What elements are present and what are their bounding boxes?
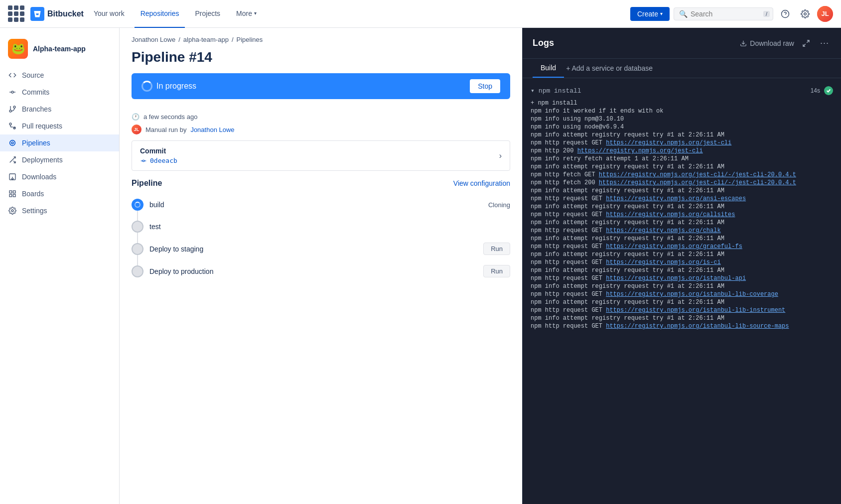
view-configuration-link[interactable]: View configuration bbox=[453, 179, 510, 187]
search-input[interactable] bbox=[691, 10, 760, 18]
step-indicator-test bbox=[132, 221, 143, 233]
log-link[interactable]: https://registry.npmjs.org/jest-cli bbox=[606, 139, 731, 146]
log-link[interactable]: https://registry.npmjs.org/jest-cli/-/je… bbox=[599, 171, 796, 178]
settings-button[interactable] bbox=[797, 6, 813, 22]
logs-tab-build[interactable]: Build bbox=[533, 59, 564, 78]
sidebar-item-settings[interactable]: Settings bbox=[0, 202, 119, 219]
log-line: npm info attempt registry request try #1… bbox=[523, 163, 841, 171]
more-chevron-icon: ▾ bbox=[254, 10, 257, 16]
log-line: npm info attempt registry request try #1… bbox=[523, 235, 841, 243]
log-link[interactable]: https://registry.npmjs.org/is-ci bbox=[606, 259, 720, 266]
log-link[interactable]: https://registry.npmjs.org/istanbul-api bbox=[606, 275, 746, 282]
log-link[interactable]: https://registry.npmjs.org/callsites bbox=[606, 211, 735, 218]
svg-point-12 bbox=[11, 142, 13, 144]
add-service-button[interactable]: + Add a service or database bbox=[566, 59, 653, 77]
clock-icon: 🕐 bbox=[132, 113, 140, 121]
logs-section-header[interactable]: ▾ npm install 14s bbox=[523, 82, 841, 99]
log-line: npm http request GET https://registry.np… bbox=[523, 139, 841, 147]
run-by-user[interactable]: Jonathon Lowe bbox=[190, 126, 234, 133]
log-line: npm info attempt registry request try #1… bbox=[523, 266, 841, 274]
pipeline-status-bar: In progress Stop bbox=[132, 73, 510, 99]
nav-repositories[interactable]: Repositories bbox=[135, 0, 185, 28]
log-line: npm info attempt registry request try #1… bbox=[523, 298, 841, 306]
step-name-staging: Deploy to staging bbox=[149, 245, 477, 253]
boards-icon bbox=[8, 189, 17, 198]
user-avatar[interactable]: JL bbox=[817, 6, 833, 22]
breadcrumb-repo[interactable]: alpha-team-app bbox=[183, 36, 229, 43]
search-icon: 🔍 bbox=[679, 10, 688, 18]
log-line: npm http request GET https://registry.np… bbox=[523, 322, 841, 330]
sidebar-item-downloads[interactable]: Downloads bbox=[0, 168, 119, 185]
stop-button[interactable]: Stop bbox=[470, 79, 500, 93]
log-link[interactable]: https://registry.npmjs.org/jest-cli bbox=[577, 147, 703, 154]
help-button[interactable] bbox=[777, 6, 793, 22]
log-line: npm http 200 https://registry.npmjs.org/… bbox=[523, 147, 841, 155]
svg-line-27 bbox=[803, 44, 806, 46]
logs-chevron-icon: ▾ bbox=[531, 87, 535, 95]
log-link[interactable]: https://registry.npmjs.org/jest-cli/-/je… bbox=[599, 179, 796, 186]
svg-point-7 bbox=[13, 106, 15, 108]
logs-body[interactable]: ▾ npm install 14s + npm install npm info… bbox=[523, 78, 841, 504]
log-link[interactable]: https://registry.npmjs.org/ansi-escapes bbox=[606, 195, 746, 202]
logs-tabs: Build + Add a service or database bbox=[523, 59, 841, 78]
log-link[interactable]: https://registry.npmjs.org/chalk bbox=[606, 227, 720, 234]
sidebar-item-deployments[interactable]: Deployments bbox=[0, 151, 119, 168]
sidebar-item-commits[interactable]: Commits bbox=[0, 84, 119, 101]
download-raw-button[interactable]: Download raw bbox=[740, 39, 794, 47]
sidebar-item-pull-requests[interactable]: Pull requests bbox=[0, 118, 119, 134]
pipelines-icon bbox=[8, 138, 17, 147]
logo[interactable]: Bitbucket bbox=[30, 7, 84, 21]
app-grid-icon[interactable] bbox=[8, 5, 24, 22]
logs-check-icon bbox=[824, 86, 833, 95]
deployments-icon bbox=[8, 155, 17, 164]
nav-more[interactable]: More ▾ bbox=[230, 0, 263, 28]
step-row-test: test bbox=[132, 216, 510, 238]
log-link[interactable]: https://registry.npmjs.org/istanbul-lib-… bbox=[606, 291, 778, 298]
pipeline-section-title: Pipeline bbox=[132, 179, 162, 188]
expand-icon bbox=[802, 39, 810, 47]
log-line: npm info attempt registry request try #1… bbox=[523, 282, 841, 290]
expand-button[interactable] bbox=[800, 37, 812, 49]
svg-rect-20 bbox=[9, 194, 12, 197]
step-row-production: Deploy to production Run bbox=[132, 260, 510, 282]
log-link[interactable]: https://registry.npmjs.org/istanbul-lib-… bbox=[606, 323, 789, 330]
main-content: Jonathon Lowe / alpha-team-app / Pipelin… bbox=[120, 28, 522, 504]
commit-box[interactable]: Commit 0deeacb › bbox=[132, 140, 510, 171]
log-line: npm info attempt registry request try #1… bbox=[523, 251, 841, 258]
log-line: npm info using npm@3.10.10 bbox=[523, 115, 841, 123]
log-line: npm info it worked if it ends with ok bbox=[523, 107, 841, 115]
svg-rect-19 bbox=[13, 194, 15, 197]
nav-projects[interactable]: Projects bbox=[189, 0, 226, 28]
branches-icon bbox=[8, 105, 17, 114]
sidebar-item-pipelines[interactable]: Pipelines bbox=[0, 134, 119, 151]
pipeline-section: Pipeline View configuration build Clonin… bbox=[120, 171, 522, 286]
commits-icon bbox=[8, 88, 17, 97]
topnav: Bitbucket Your work Repositories Project… bbox=[0, 0, 841, 28]
svg-line-26 bbox=[807, 40, 809, 43]
create-button[interactable]: Create ▾ bbox=[630, 7, 670, 21]
log-link[interactable]: https://registry.npmjs.org/istanbul-lib-… bbox=[606, 307, 785, 314]
pipeline-steps: build Cloning test Deploy to staging Run bbox=[132, 194, 510, 282]
step-name-test: test bbox=[149, 223, 510, 231]
log-line: npm info attempt registry request try #1… bbox=[523, 314, 841, 322]
commit-hash-icon bbox=[140, 157, 147, 164]
log-line: npm http request GET https://registry.np… bbox=[523, 274, 841, 282]
main-layout: 🐸 Alpha-team-app Source Commits Branches bbox=[0, 28, 841, 504]
logo-text: Bitbucket bbox=[47, 9, 84, 18]
sidebar-item-boards[interactable]: Boards bbox=[0, 185, 119, 202]
nav-your-work[interactable]: Your work bbox=[88, 0, 131, 28]
time-ago: a few seconds ago bbox=[143, 113, 197, 121]
log-link[interactable]: https://registry.npmjs.org/graceful-fs bbox=[606, 243, 742, 250]
more-options-button[interactable]: ··· bbox=[818, 36, 831, 50]
step-row-staging: Deploy to staging Run bbox=[132, 238, 510, 260]
sidebar-item-branches[interactable]: Branches bbox=[0, 101, 119, 118]
pipeline-meta: 🕐 a few seconds ago JL Manual run by Jon… bbox=[120, 107, 522, 140]
sidebar-item-source[interactable]: Source bbox=[0, 67, 119, 84]
breadcrumb-user[interactable]: Jonathon Lowe bbox=[132, 36, 175, 43]
run-by-prefix: Manual run by bbox=[145, 126, 186, 133]
log-line: npm http request GET https://registry.np… bbox=[523, 243, 841, 251]
step-run-button-production[interactable]: Run bbox=[483, 265, 510, 277]
search-box[interactable]: 🔍 / bbox=[674, 7, 773, 20]
logs-panel: Logs Download raw ··· Build + Add a serv… bbox=[522, 28, 841, 504]
step-run-button-staging[interactable]: Run bbox=[483, 243, 510, 255]
